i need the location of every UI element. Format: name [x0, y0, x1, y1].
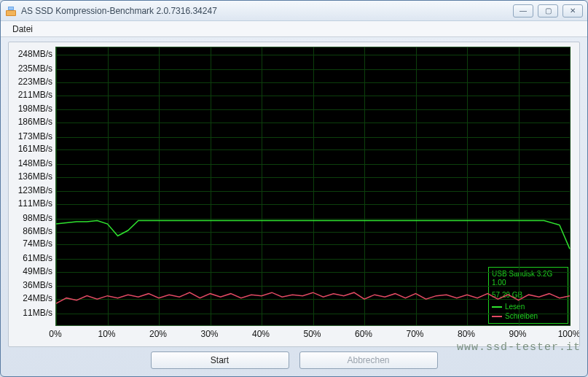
chart-svg: [56, 47, 570, 325]
x-tick-label: 40%: [252, 329, 270, 339]
x-tick-label: 80%: [458, 329, 475, 339]
plot-area: USB Sandisk 3.2G 1.00 57,29 GB Lesen Sch…: [55, 47, 571, 326]
x-tick-label: 50%: [303, 329, 321, 339]
y-tick-label: 74MB/s: [23, 238, 52, 249]
x-tick-label: 0%: [49, 329, 61, 339]
window-controls: — ▢ ✕: [513, 4, 583, 18]
maximize-button[interactable]: ▢: [538, 4, 558, 18]
window-title: AS SSD Kompression-Benchmark 2.0.7316.34…: [21, 6, 513, 16]
minimize-icon: —: [520, 7, 527, 15]
maximize-icon: ▢: [545, 7, 552, 15]
y-tick-label: 98MB/s: [23, 213, 52, 223]
y-tick-label: 24MB/s: [23, 293, 52, 303]
y-tick-label: 86MB/s: [23, 226, 52, 236]
x-tick-label: 100%: [558, 329, 580, 339]
minimize-button[interactable]: —: [513, 4, 533, 18]
y-tick-label: 49MB/s: [23, 266, 52, 276]
app-window: AS SSD Kompression-Benchmark 2.0.7316.34…: [0, 0, 588, 377]
y-tick-label: 161MB/s: [18, 144, 52, 154]
y-tick-label: 211MB/s: [18, 90, 52, 100]
close-button[interactable]: ✕: [562, 4, 583, 18]
y-tick-label: 148MB/s: [18, 158, 52, 168]
y-tick-label: 36MB/s: [23, 280, 52, 290]
start-button[interactable]: Start: [151, 351, 289, 369]
x-tick-label: 90%: [509, 329, 526, 339]
x-tick-label: 70%: [406, 329, 423, 339]
svg-rect-1: [7, 11, 15, 15]
chart-panel: 11MB/s24MB/s36MB/s49MB/s61MB/s74MB/s86MB…: [8, 42, 580, 347]
button-row: Start Abbrechen: [8, 347, 580, 372]
y-tick-label: 111MB/s: [18, 198, 52, 209]
y-axis-labels: 11MB/s24MB/s36MB/s49MB/s61MB/s74MB/s86MB…: [9, 47, 55, 326]
x-tick-label: 10%: [98, 329, 115, 339]
menu-datei[interactable]: Datei: [7, 23, 39, 36]
y-tick-label: 186MB/s: [18, 117, 52, 127]
y-tick-label: 11MB/s: [23, 308, 52, 318]
series-schreiben: [56, 292, 570, 303]
series-lesen: [56, 221, 570, 249]
x-axis-labels: 0%10%20%30%40%50%60%70%80%90%100%: [55, 329, 571, 342]
x-tick-label: 30%: [200, 329, 218, 339]
y-tick-label: 136MB/s: [18, 171, 52, 182]
y-tick-label: 248MB/s: [18, 49, 52, 59]
y-tick-label: 173MB/s: [18, 131, 52, 141]
x-tick-label: 20%: [149, 329, 167, 339]
titlebar[interactable]: AS SSD Kompression-Benchmark 2.0.7316.34…: [1, 1, 587, 21]
app-icon: [5, 5, 17, 17]
y-tick-label: 123MB/s: [18, 185, 52, 195]
abort-button[interactable]: Abbrechen: [299, 351, 438, 369]
y-tick-label: 198MB/s: [18, 104, 52, 114]
y-tick-label: 61MB/s: [23, 253, 52, 263]
x-tick-label: 60%: [355, 329, 372, 339]
svg-rect-3: [9, 7, 13, 9]
close-icon: ✕: [570, 7, 576, 15]
y-tick-label: 235MB/s: [18, 63, 52, 74]
content-area: 11MB/s24MB/s36MB/s49MB/s61MB/s74MB/s86MB…: [1, 37, 587, 376]
y-tick-label: 223MB/s: [18, 77, 52, 87]
menubar: Datei: [1, 21, 587, 37]
